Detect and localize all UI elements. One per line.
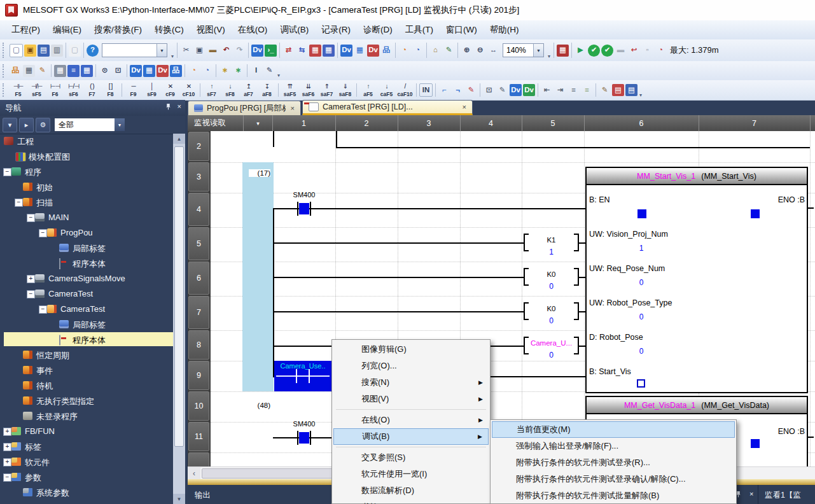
closed-contact-button[interactable]: ⊣/⊢sF5	[27, 81, 46, 99]
toolbar-grip[interactable]	[3, 64, 6, 78]
falling-pulse-button[interactable]: ↓sF8	[221, 81, 239, 99]
collapse-icon[interactable]: −	[15, 199, 23, 207]
branch-falling-button[interactable]: ⇊saF6	[299, 81, 317, 99]
device-grid-icon[interactable]: ▦	[354, 45, 366, 57]
read-from-plc-icon[interactable]: ⇆	[296, 45, 308, 57]
device-tree2-icon[interactable]: 品	[170, 65, 182, 77]
menu-item-数据流解析(D)[interactable]: 数据流解析(D)	[333, 482, 489, 499]
tree-item-19[interactable]: +FB/FUN	[0, 424, 173, 439]
invert-result-button[interactable]: /caF10	[396, 81, 414, 99]
menu-item-搜索(N)[interactable]: 搜索(N)▶	[333, 374, 489, 391]
scroll-up-icon[interactable]: ▲	[173, 134, 185, 144]
collapse-tree-button[interactable]: ▾	[3, 118, 17, 132]
tree-item-6[interactable]: −ProgPou	[0, 225, 173, 241]
device-ref-icon[interactable]: Dv	[367, 45, 379, 57]
tree-item-20[interactable]: +标签	[0, 439, 173, 454]
zoom-out-icon[interactable]: ⊖	[474, 45, 486, 57]
menu-item-交叉参照(S)[interactable]: 交叉参照(S)	[333, 449, 489, 466]
redo-icon[interactable]: ↷	[233, 45, 246, 57]
menu-item-列宽(O)...[interactable]: 列宽(O)...	[333, 358, 489, 374]
toolbar-overflow-icon[interactable]: ▾	[171, 53, 174, 61]
tree-item-22[interactable]: −参数	[0, 470, 173, 485]
menu-item-2[interactable]: 搜索/替换(F)	[88, 21, 148, 39]
watch-stop-icon[interactable]: ◔	[412, 45, 424, 57]
align-list2-icon[interactable]: ≡	[581, 84, 593, 96]
closed-branch-button[interactable]: ⊢/⊣sF6	[64, 81, 83, 99]
tree-item-14[interactable]: 恒定周期	[0, 347, 173, 363]
menu-item-图像剪辑(G)[interactable]: 图像剪辑(G)	[333, 341, 489, 358]
menu-item-附带执行条件的软元件测试批量解除(B)[interactable]: 附带执行条件的软元件测试批量解除(B)	[492, 487, 735, 504]
branch-falling-closed-button[interactable]: ⇓saF8	[336, 81, 354, 99]
menu-item-调试(B)[interactable]: 调试(B)▶	[333, 428, 489, 445]
horizontal-line-button[interactable]: ─F9	[124, 81, 143, 99]
tree-item-9[interactable]: +CameraSignalsMove	[0, 271, 173, 286]
settings-hand-icon[interactable]: ⌂	[429, 45, 442, 57]
check-program-icon[interactable]: ✔	[588, 45, 600, 57]
nav-window-icon[interactable]: 品	[10, 65, 22, 77]
device-search-icon[interactable]: Dv	[251, 45, 263, 57]
rising-transition-button[interactable]: ↑aF5	[359, 81, 377, 99]
tag-edit-icon[interactable]: ✎	[36, 65, 48, 77]
tree-item-10[interactable]: −CameraTest	[0, 286, 173, 302]
close-panel-icon[interactable]: ×	[749, 490, 753, 498]
open-contact-button[interactable]: ⊣⊢F5	[9, 81, 27, 99]
device-k-icon[interactable]: Dv	[130, 65, 142, 77]
contact-symbol[interactable]	[297, 202, 298, 216]
toolbar-overflow-icon[interactable]: ▾	[548, 53, 550, 61]
cut-icon[interactable]: ✂	[180, 45, 192, 57]
menu-item-在线(O)[interactable]: 在线(O)▶	[333, 412, 489, 428]
tree-item-21[interactable]: +软元件	[0, 454, 173, 470]
page-gray-icon[interactable]: ▫	[641, 45, 653, 57]
toolbar-overflow-icon[interactable]: ▾	[639, 92, 642, 100]
close-panel-icon[interactable]: ×	[178, 102, 181, 110]
selected-contact-cell[interactable]: Camera_Use..	[274, 361, 331, 391]
menu-item-0[interactable]: 工程(P)	[5, 21, 46, 39]
chevron-down-icon[interactable]: ▼	[533, 44, 543, 57]
tree-item-3[interactable]: 初始	[0, 179, 173, 195]
vertical-line-button[interactable]: │sF9	[143, 81, 161, 99]
tree-filter-dropdown[interactable]: 全部 ▼	[55, 118, 125, 131]
menu-item-6[interactable]: 调试(B)	[274, 21, 315, 39]
tree-item-11[interactable]: −CameraTest	[0, 302, 173, 317]
collapse-icon[interactable]: −	[27, 290, 35, 298]
gear-icon[interactable]: ⚙	[36, 118, 50, 132]
pin-icon[interactable]	[165, 103, 172, 110]
doc-pen-icon[interactable]: ✎	[496, 84, 508, 96]
menu-item-3[interactable]: 转换(C)	[148, 21, 190, 39]
coil-button[interactable]: ( )F7	[83, 81, 101, 99]
expand-icon[interactable]: +	[27, 275, 35, 283]
collapse-icon[interactable]: −	[3, 473, 11, 482]
menu-item-书签(M)[interactable]: 书签(M)	[333, 499, 489, 504]
close-tab-icon[interactable]: ×	[463, 103, 466, 111]
chevron-down-icon[interactable]: ▼	[115, 118, 125, 131]
falling-pulse-closed-button[interactable]: ↧aF8	[258, 81, 276, 99]
save-red-icon[interactable]: ▤	[612, 84, 624, 96]
dev-blue-icon[interactable]: Dv	[510, 84, 522, 96]
scrollbar-thumb[interactable]	[174, 146, 184, 447]
pen-icon[interactable]: ✎	[263, 65, 275, 77]
shell-icon[interactable]: ›_	[265, 45, 277, 57]
device-find-icon[interactable]: Dv	[340, 45, 352, 57]
zoom-in-icon[interactable]: ⊕	[461, 45, 473, 57]
stopwatch-orange-icon[interactable]: ◔	[188, 65, 200, 77]
tree-item-13[interactable]: 程序本体	[0, 332, 173, 347]
remote-operation-icon[interactable]: ▦	[557, 45, 569, 57]
doc-find-icon[interactable]: ⊡	[483, 84, 495, 96]
collapse-icon[interactable]: −	[3, 168, 11, 176]
undo-icon[interactable]: ↶	[220, 45, 232, 57]
copy-disabled-icon[interactable]: ▢	[69, 45, 81, 57]
ibeam-icon[interactable]: I	[250, 65, 262, 77]
menu-item-8[interactable]: 诊断(D)	[357, 21, 399, 39]
branch-rising-button[interactable]: ⇈saF5	[281, 81, 299, 99]
delete-vline-button[interactable]: ✕cF10	[179, 81, 198, 99]
menu-item-软元件使用一览(I)[interactable]: 软元件使用一览(I)	[333, 466, 489, 482]
delete-hline-button[interactable]: ✕cF9	[161, 81, 179, 99]
ladder-editor[interactable]: 234567891011(17)(48)SM400SM400Camera_Use…	[188, 131, 815, 466]
tree-item-2[interactable]: −程序	[0, 164, 173, 179]
tree-item-1[interactable]: 模块配置图	[0, 149, 173, 164]
print-icon[interactable]: ▥	[51, 45, 63, 57]
menu-item-强制输入输出登录/解除(F)...[interactable]: 强制输入输出登录/解除(F)...	[492, 438, 735, 454]
tree-item-16[interactable]: 待机	[0, 378, 173, 393]
run-icon[interactable]: ▶	[575, 45, 587, 57]
collapse-icon[interactable]: −	[27, 214, 35, 222]
